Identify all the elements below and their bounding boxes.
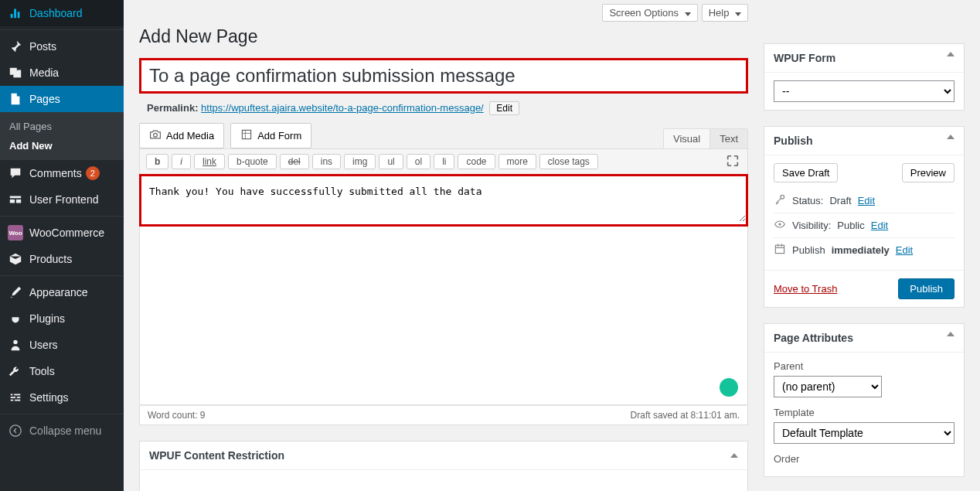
parent-select[interactable]: (no parent) [774, 376, 882, 397]
sidebar-item-woocommerce[interactable]: Woo WooCommerce [0, 220, 124, 246]
woocommerce-icon: Woo [8, 225, 23, 240]
sidebar-label: Users [29, 339, 58, 351]
sidebar-item-plugins[interactable]: Plugins [0, 305, 124, 332]
draft-saved-time: Draft saved at 8:11:01 am. [631, 410, 740, 421]
wpuf-form-select[interactable]: -- [774, 80, 954, 102]
postbox-page-attributes: Page Attributes Parent (no parent) Templ… [764, 323, 965, 477]
content-editor[interactable] [141, 176, 746, 222]
sidebar-item-products[interactable]: Products [0, 246, 124, 272]
publish-value: immediately [832, 244, 890, 256]
qt-close-tags[interactable]: close tags [539, 154, 598, 169]
sidebar-item-users[interactable]: Users [0, 332, 124, 358]
sidebar-label: Media [29, 66, 59, 79]
help-button[interactable]: Help [702, 4, 748, 22]
sidebar-label: Pages [29, 93, 60, 105]
chevron-up-icon [947, 135, 954, 139]
qt-li[interactable]: li [434, 154, 454, 169]
qt-ol[interactable]: ol [407, 154, 430, 169]
qt-del[interactable]: del [280, 154, 309, 169]
publish-label: Publish [792, 244, 825, 256]
grammarly-icon[interactable] [720, 378, 738, 397]
chevron-up-icon [730, 453, 738, 458]
sidebar-item-media[interactable]: Media [0, 60, 124, 86]
save-draft-button[interactable]: Save Draft [774, 163, 838, 182]
sidebar-subitem-add-new[interactable]: Add New [0, 136, 124, 155]
sidebar-label: Settings [29, 391, 69, 404]
sidebar-submenu-pages: All Pages Add New [0, 112, 124, 160]
metabox-content-restriction: WPUF Content Restriction [139, 441, 748, 491]
screen-options-button[interactable]: Screen Options [602, 4, 697, 22]
status-edit-link[interactable]: Edit [858, 195, 875, 206]
qt-code[interactable]: code [458, 154, 495, 169]
qt-ul[interactable]: ul [379, 154, 403, 169]
sidebar-item-settings[interactable]: Settings [0, 384, 124, 411]
status-label: Status: [792, 195, 823, 206]
sidebar-item-dashboard[interactable]: Dashboard [0, 0, 124, 26]
sidebar-item-pages[interactable]: Pages [0, 86, 124, 112]
brush-icon [8, 285, 23, 300]
publish-button[interactable]: Publish [898, 278, 954, 299]
sidebar-item-tools[interactable]: Tools [0, 358, 124, 384]
fullscreen-icon[interactable] [726, 154, 741, 169]
visibility-edit-link[interactable]: Edit [871, 220, 888, 231]
postbox-toggle[interactable]: WPUF Form [764, 44, 964, 73]
sidebar-label: Appearance [29, 286, 88, 298]
svg-point-11 [778, 223, 781, 225]
postbox-toggle[interactable]: Page Attributes [764, 324, 964, 353]
sidebar-item-user-frontend[interactable]: User Frontend [0, 186, 124, 213]
tab-text[interactable]: Text [709, 128, 748, 148]
sidebar-label: Posts [29, 40, 56, 53]
sidebar-label: Tools [29, 365, 55, 377]
metabox-toggle[interactable]: WPUF Content Restriction [140, 442, 747, 470]
svg-rect-9 [243, 130, 251, 138]
permalink-edit-button[interactable]: Edit [489, 101, 519, 115]
editor-statusbar: Word count: 9 Draft saved at 8:11:01 am. [139, 405, 748, 425]
plug-icon [8, 311, 23, 326]
svg-rect-6 [15, 400, 20, 401]
sidebar-item-collapse[interactable]: Collapse menu [0, 418, 124, 444]
qt-bquote[interactable]: b-quote [228, 154, 277, 169]
visibility-value: Public [837, 220, 864, 231]
move-to-trash-link[interactable]: Move to Trash [774, 283, 837, 295]
dashboard-icon [8, 5, 23, 21]
qt-bold[interactable]: b [146, 154, 168, 169]
sidebar-item-comments[interactable]: Comments 2 [0, 160, 124, 186]
add-form-button[interactable]: Add Form [230, 123, 311, 148]
preview-button[interactable]: Preview [902, 163, 954, 182]
qt-link[interactable]: link [194, 154, 225, 169]
sidebar-item-appearance[interactable]: Appearance [0, 279, 124, 305]
permalink-link[interactable]: https://wpuftest.ajaira.website/to-a-pag… [201, 102, 484, 114]
sidebar-label: Dashboard [29, 7, 83, 19]
editor-blank-area[interactable] [140, 227, 747, 404]
main-content: Screen Options Help Add New Page Permali… [124, 0, 764, 491]
add-media-button[interactable]: Add Media [139, 123, 224, 148]
svg-rect-3 [11, 397, 15, 398]
publish-edit-link[interactable]: Edit [896, 244, 913, 256]
media-icon [8, 65, 23, 80]
qt-img[interactable]: img [344, 154, 376, 169]
camera-icon [149, 128, 162, 143]
qt-italic[interactable]: i [172, 154, 191, 169]
sidebar-label: User Frontend [29, 193, 98, 206]
comment-icon [8, 165, 23, 181]
permalink-row: Permalink: https://wpuftest.ajaira.websi… [139, 94, 748, 120]
page-icon [8, 91, 23, 107]
eye-icon [774, 218, 786, 233]
svg-rect-5 [11, 400, 14, 401]
qt-ins[interactable]: ins [312, 154, 341, 169]
key-icon [774, 193, 786, 208]
collapse-icon [8, 423, 23, 438]
svg-rect-4 [17, 397, 21, 398]
qt-more[interactable]: more [499, 154, 536, 169]
template-select[interactable]: Default Template [774, 422, 954, 444]
postbox-toggle[interactable]: Publish [764, 127, 964, 155]
calendar-icon [774, 243, 786, 257]
wrench-icon [8, 363, 23, 379]
page-title-input[interactable] [139, 58, 748, 94]
user-frontend-icon [8, 192, 23, 207]
pin-icon [8, 39, 23, 54]
sidebar-subitem-all-pages[interactable]: All Pages [0, 117, 124, 136]
sidebar-item-posts[interactable]: Posts [0, 33, 124, 60]
tab-visual[interactable]: Visual [663, 128, 709, 148]
status-value: Draft [829, 195, 851, 206]
